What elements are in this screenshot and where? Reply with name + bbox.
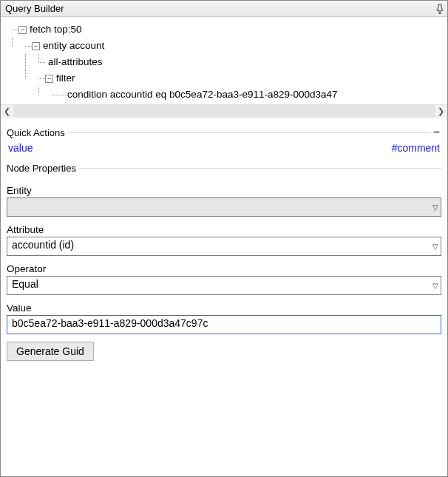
- node-properties-group: Node Properties: [7, 161, 441, 175]
- comment-link[interactable]: #comment: [392, 142, 440, 154]
- collapse-icon[interactable]: −: [45, 75, 53, 83]
- quick-actions-group: Quick Actions − value #comment: [7, 126, 441, 161]
- collapse-icon[interactable]: −: [32, 42, 40, 50]
- tree-node-allattributes[interactable]: all-attributes: [5, 54, 444, 70]
- tree-node-label: filter: [56, 71, 75, 86]
- attribute-label: Attribute: [7, 224, 441, 235]
- scroll-track[interactable]: [13, 105, 435, 118]
- pin-icon[interactable]: [435, 4, 444, 14]
- value-input[interactable]: b0c5ea72-baa3-e911-a829-000d3a47c97c: [7, 315, 441, 334]
- entity-label: Entity: [7, 185, 441, 196]
- tree-node-label: entity account: [43, 38, 104, 53]
- properties-form: Entity ▽ Attribute accountid (id) ▽ Oper…: [7, 177, 441, 361]
- operator-label: Operator: [7, 263, 441, 274]
- panel-titlebar: Query Builder: [1, 1, 447, 17]
- tree-node-filter[interactable]: − filter: [5, 70, 444, 87]
- tree-node-fetch[interactable]: − fetch top:50: [5, 21, 444, 38]
- collapse-icon[interactable]: −: [18, 26, 27, 34]
- scroll-left-icon[interactable]: ❮: [1, 105, 13, 118]
- generate-guid-button[interactable]: Generate Guid: [7, 342, 94, 361]
- attribute-combo[interactable]: accountid (id) ▽: [7, 237, 441, 256]
- value-label: Value: [7, 302, 441, 314]
- quick-actions-title: Quick Actions: [7, 127, 65, 138]
- panel-title: Query Builder: [5, 3, 64, 14]
- tree-node-label: condition accountid eq b0c5ea72-baa3-e91…: [67, 87, 338, 102]
- tree-node-label: all-attributes: [48, 55, 103, 70]
- scroll-right-icon[interactable]: ❯: [435, 105, 447, 118]
- divider: [79, 168, 441, 169]
- entity-combo[interactable]: ▽: [7, 197, 441, 217]
- value-link[interactable]: value: [8, 142, 33, 154]
- tree-node-entity[interactable]: − entity account: [5, 38, 444, 54]
- divider: [68, 132, 430, 133]
- tree-node-label: fetch top:50: [30, 22, 82, 37]
- query-builder-panel: Query Builder − fetch top:50 − entity ac…: [0, 0, 448, 477]
- tree-view[interactable]: − fetch top:50 − entity account all-attr…: [1, 17, 447, 104]
- node-properties-title: Node Properties: [7, 163, 76, 174]
- tree-node-condition[interactable]: condition accountid eq b0c5ea72-baa3-e91…: [5, 87, 444, 103]
- operator-combo[interactable]: Equal ▽: [7, 276, 441, 295]
- horizontal-scrollbar[interactable]: ❮ ❯: [1, 104, 447, 117]
- title-grip[interactable]: [68, 6, 431, 12]
- collapse-icon[interactable]: −: [433, 129, 441, 136]
- divider: [1, 117, 447, 126]
